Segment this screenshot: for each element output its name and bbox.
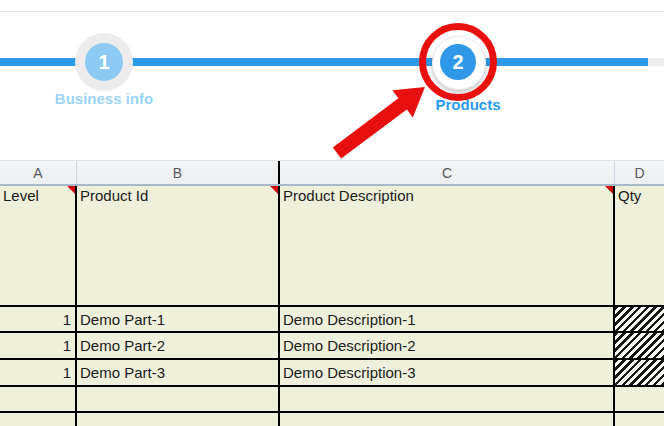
header-cell-level[interactable]: Level <box>0 186 77 305</box>
cell-qty[interactable] <box>615 307 664 331</box>
top-divider <box>0 11 664 12</box>
cell-qty[interactable] <box>615 387 664 411</box>
cell-description[interactable]: Demo Description-3 <box>280 360 615 385</box>
header-label: Product Id <box>80 187 148 204</box>
table-row: 1 Demo Part-2 Demo Description-2 <box>0 333 664 360</box>
header-label: Qty <box>618 187 641 204</box>
table-row <box>0 387 664 413</box>
cell-qty[interactable] <box>615 413 664 426</box>
sheet-header-row: Level Product Id Product Description Qty <box>0 186 664 307</box>
column-header-c[interactable]: C <box>280 161 615 184</box>
header-cell-product-description[interactable]: Product Description <box>280 186 615 305</box>
cell-level[interactable] <box>0 387 77 411</box>
cell-description[interactable]: Demo Description-2 <box>280 333 615 358</box>
cell-description[interactable] <box>280 387 615 411</box>
cell-level[interactable]: 1 <box>0 333 77 358</box>
header-label: Level <box>3 187 39 204</box>
table-row: 1 Demo Part-1 Demo Description-1 <box>0 307 664 333</box>
table-row <box>0 413 664 426</box>
cell-qty[interactable] <box>615 360 664 385</box>
comment-marker-icon <box>270 186 278 194</box>
step-business-info-label: Business info <box>39 90 169 107</box>
header-cell-qty[interactable]: Qty <box>615 186 664 305</box>
header-label: Product Description <box>283 187 414 204</box>
red-arrow-icon <box>325 75 435 167</box>
cell-product-id[interactable] <box>77 387 280 411</box>
cell-description[interactable] <box>280 413 615 426</box>
table-row: 1 Demo Part-3 Demo Description-3 <box>0 360 664 387</box>
cell-level[interactable]: 1 <box>0 360 77 385</box>
column-header-b[interactable]: B <box>77 161 280 184</box>
column-header-a[interactable]: A <box>0 161 77 184</box>
cell-level[interactable]: 1 <box>0 307 77 331</box>
cell-description[interactable]: Demo Description-1 <box>280 307 615 331</box>
column-letters-row: A B C D <box>0 160 664 186</box>
spreadsheet: A B C D Level Product Id Product Descrip… <box>0 160 664 426</box>
cell-level[interactable] <box>0 413 77 426</box>
cell-product-id[interactable] <box>77 413 280 426</box>
cell-product-id[interactable]: Demo Part-2 <box>77 333 280 358</box>
cell-product-id[interactable]: Demo Part-1 <box>77 307 280 331</box>
cell-product-id[interactable]: Demo Part-3 <box>77 360 280 385</box>
comment-marker-icon <box>605 186 613 194</box>
cell-qty[interactable] <box>615 333 664 358</box>
header-cell-product-id[interactable]: Product Id <box>77 186 280 305</box>
comment-marker-icon <box>67 186 75 194</box>
wizard-products-screen: 1 Business info 2 Products A B C D Level… <box>0 0 664 426</box>
column-header-d[interactable]: D <box>615 161 664 184</box>
step-business-info-circle[interactable]: 1 <box>85 43 123 81</box>
step-number: 1 <box>98 52 109 72</box>
